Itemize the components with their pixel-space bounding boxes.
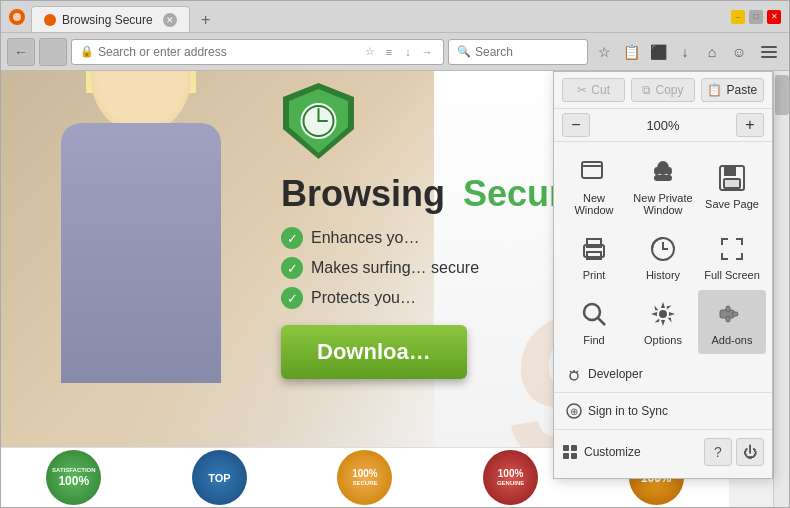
pocket-icon[interactable]: ⬛ <box>646 40 670 64</box>
full-screen-icon <box>716 233 748 265</box>
svg-line-21 <box>598 318 605 325</box>
full-screen-menu-item[interactable]: Full Screen <box>698 225 766 289</box>
save-page-menu-item[interactable]: Save Page <box>698 148 766 224</box>
svg-point-11 <box>666 167 672 175</box>
options-menu-item[interactable]: Options <box>629 290 697 354</box>
menu-line-1 <box>761 46 777 48</box>
minimize-button[interactable]: – <box>731 10 745 24</box>
zoom-row: − 100% + <box>554 109 772 142</box>
scrollbar-thumb[interactable] <box>775 75 789 115</box>
customize-item[interactable]: Customize <box>562 440 704 464</box>
bottom-action-buttons: ? ⏻ <box>704 438 764 466</box>
feature-text-3: Protects you… <box>311 289 416 307</box>
title-bar: Browsing Secure ✕ + – □ ✕ <box>1 1 789 33</box>
vertical-scrollbar[interactable] <box>773 71 789 507</box>
sign-in-label: Sign in to Sync <box>588 404 668 418</box>
sign-in-sync-item[interactable]: ⊕ Sign in to Sync <box>554 397 772 425</box>
copy-button[interactable]: ⧉ Copy <box>631 78 694 102</box>
svg-point-10 <box>654 167 660 175</box>
find-label: Find <box>583 334 604 346</box>
face-icon[interactable]: ☺ <box>727 40 751 64</box>
bookmark-star-icon[interactable]: ☆ <box>592 40 616 64</box>
paste-icon: 📋 <box>707 83 722 97</box>
svg-rect-35 <box>563 453 569 459</box>
help-button[interactable]: ? <box>704 438 732 466</box>
bookmark-icon[interactable]: ☆ <box>362 44 378 60</box>
feature-text-2: Makes surfing… secure <box>311 259 479 277</box>
svg-rect-33 <box>563 445 569 451</box>
power-button[interactable]: ⏻ <box>736 438 764 466</box>
new-tab-button[interactable]: + <box>194 8 218 32</box>
history-icon <box>647 233 679 265</box>
maximize-button[interactable]: □ <box>749 10 763 24</box>
print-icon <box>578 233 610 265</box>
menu-separator-2 <box>554 429 772 430</box>
svg-point-0 <box>13 13 21 21</box>
cut-icon: ✂ <box>577 83 587 97</box>
history-menu-item[interactable]: History <box>629 225 697 289</box>
addons-icon <box>716 298 748 330</box>
zoom-in-button[interactable]: + <box>736 113 764 137</box>
feature-text-1: Enhances yo… <box>311 229 420 247</box>
menu-line-2 <box>761 51 777 53</box>
paste-button[interactable]: 📋 Paste <box>701 78 764 102</box>
find-icon <box>578 298 610 330</box>
search-bar[interactable]: 🔍 <box>448 39 588 65</box>
zoom-out-button[interactable]: − <box>562 113 590 137</box>
active-tab[interactable]: Browsing Secure ✕ <box>31 6 190 32</box>
developer-icon <box>566 366 582 382</box>
history-label: History <box>646 269 680 281</box>
address-input[interactable] <box>98 45 362 59</box>
print-label: Print <box>583 269 606 281</box>
hamburger-menu-button[interactable] <box>755 38 783 66</box>
svg-rect-25 <box>726 306 730 312</box>
reader-icon[interactable]: ≡ <box>381 44 397 60</box>
download-button[interactable]: Downloa… <box>281 325 467 379</box>
developer-menu-item[interactable]: Developer <box>554 360 772 388</box>
svg-point-22 <box>659 310 667 318</box>
svg-rect-12 <box>654 175 672 181</box>
browser-window: Browsing Secure ✕ + – □ ✕ ← → 🔒 ☆ ≡ ↓ → … <box>0 0 790 508</box>
menu-icon-grid: New Window New Private Window <box>554 142 772 360</box>
svg-rect-7 <box>582 162 602 178</box>
addons-label: Add-ons <box>712 334 753 346</box>
check-icon-3: ✓ <box>281 287 303 309</box>
svg-rect-14 <box>724 166 736 176</box>
full-screen-label: Full Screen <box>704 269 760 281</box>
new-private-window-menu-item[interactable]: New Private Window <box>629 148 697 224</box>
copy-icon: ⧉ <box>642 83 651 97</box>
address-bar[interactable]: 🔒 ☆ ≡ ↓ → <box>71 39 444 65</box>
svg-line-30 <box>576 371 578 373</box>
new-window-label: New Window <box>564 192 624 216</box>
svg-line-29 <box>570 371 572 373</box>
customize-label: Customize <box>584 445 641 459</box>
hamburger-dropdown-menu: ✂ Cut ⧉ Copy 📋 Paste − 100% + <box>553 71 773 479</box>
check-icon-2: ✓ <box>281 257 303 279</box>
tab-close-button[interactable]: ✕ <box>163 13 177 27</box>
browser-logo <box>9 9 25 25</box>
forward-button[interactable]: → <box>39 38 67 66</box>
tab-favicon <box>44 14 56 26</box>
svg-point-20 <box>584 304 600 320</box>
title-word1: Browsing <box>281 173 445 214</box>
back-button[interactable]: ← <box>7 38 35 66</box>
close-button[interactable]: ✕ <box>767 10 781 24</box>
save-page-label: Save Page <box>705 198 759 210</box>
svg-text:⊕: ⊕ <box>570 406 578 417</box>
cut-label: Cut <box>591 83 610 97</box>
print-menu-item[interactable]: Print <box>560 225 628 289</box>
find-menu-item[interactable]: Find <box>560 290 628 354</box>
menu-separator-1 <box>554 392 772 393</box>
arrow-right-icon[interactable]: → <box>419 44 435 60</box>
download-icon[interactable]: ↓ <box>400 44 416 60</box>
save-page-icon <box>716 162 748 194</box>
home-icon[interactable]: ⌂ <box>700 40 724 64</box>
tab-area: Browsing Secure ✕ + <box>31 1 731 32</box>
cut-button[interactable]: ✂ Cut <box>562 78 625 102</box>
new-window-menu-item[interactable]: New Window <box>560 148 628 224</box>
download2-icon[interactable]: ↓ <box>673 40 697 64</box>
toolbar-icons: ☆ 📋 ⬛ ↓ ⌂ ☺ <box>592 40 751 64</box>
addons-menu-item[interactable]: Add-ons <box>698 290 766 354</box>
calendar-icon[interactable]: 📋 <box>619 40 643 64</box>
svg-rect-36 <box>571 453 577 459</box>
